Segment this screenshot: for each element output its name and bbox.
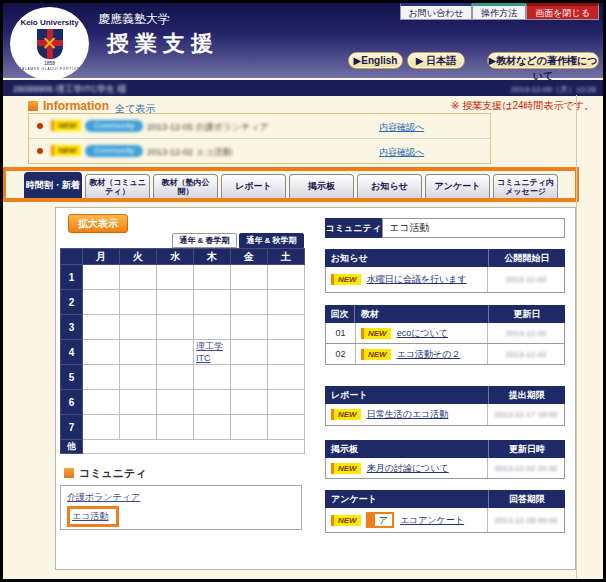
- page-frame: 慶應義塾大学 授業支援 お問い合わせ 操作方法 画面を閉じる ▶English …: [0, 0, 606, 582]
- board-header: 掲示板: [325, 440, 488, 458]
- confirm-link[interactable]: 内容確認へ: [379, 146, 424, 159]
- info-item: NEW Community 2013-12-02 エコ活動 内容確認へ: [29, 139, 490, 164]
- logo-university-text: Keio University: [10, 18, 89, 27]
- community-badge: Community: [85, 120, 143, 132]
- survey-link[interactable]: エコアンケート: [400, 514, 464, 527]
- table-row: 02 NEW エコ活動その２ 2013-12-02: [325, 344, 565, 365]
- community-badge: Community: [85, 145, 143, 157]
- new-badge: NEW: [51, 120, 81, 131]
- class-link[interactable]: ITC: [194, 353, 230, 363]
- report-date-header: 提出期限: [488, 386, 565, 404]
- table-row: NEW 水曜日に会議を行います 2013-12-02: [325, 267, 565, 293]
- table-row: NEW ア エコアンケート 2013-12-28 00:00: [325, 508, 565, 533]
- shield-icon: ✕: [37, 29, 63, 59]
- table-row: 01 NEW ecoについて 2013-12-02: [325, 323, 565, 344]
- info-item-text: 2013-12-05 介護ボランティア: [147, 121, 269, 134]
- day-header: 金: [231, 249, 268, 265]
- material-link[interactable]: ecoについて: [397, 327, 448, 340]
- contact-button[interactable]: お問い合わせ: [400, 3, 473, 20]
- notice-date-header: 公開開始日: [488, 249, 565, 267]
- row-date: 2013-12-17 18:00: [494, 410, 557, 419]
- materials-header: 教材: [355, 305, 488, 323]
- notice-table: お知らせ 公開開始日 NEW 水曜日に会議を行います 2013-12-02: [325, 249, 565, 293]
- user-name: 26099906 理工学ITC学生 様: [13, 83, 127, 96]
- period-label: 5: [61, 365, 83, 390]
- class-cell: 理工学 ITC: [194, 340, 231, 365]
- community-link[interactable]: 介護ボランティア: [67, 491, 140, 504]
- tab-timetable[interactable]: 時間割・新着: [24, 172, 82, 198]
- tab-materials-community[interactable]: 教材（コミュニティ）: [85, 174, 150, 198]
- report-table: レポート 提出期限 NEW 日常生活のエコ活動 2013-12-17 18:00: [325, 386, 565, 426]
- logo-motto: CALAMVS GLADIO FORTIOR: [18, 67, 81, 71]
- tab-board[interactable]: 掲示板: [289, 174, 354, 198]
- class-link[interactable]: 理工学: [194, 340, 230, 353]
- semester-tab-spring[interactable]: 通年 & 春学期: [172, 233, 237, 248]
- board-table: 掲示板 更新日時 NEW 来月の討論について 2013-12-02 20:32: [325, 440, 565, 479]
- help-button[interactable]: 操作方法: [472, 3, 526, 20]
- tab-community-message[interactable]: コミュニティ内メッセージ: [493, 174, 558, 198]
- info-item: NEW Community 2013-12-05 介護ボランティア 内容確認へ: [29, 114, 490, 139]
- bullet-icon: [37, 123, 43, 129]
- semester-tab-fall[interactable]: 通年 & 秋学期: [239, 233, 304, 248]
- copyright-button[interactable]: ▶教材などの著作権について: [487, 52, 599, 69]
- material-link[interactable]: エコ活動その２: [397, 348, 461, 361]
- tab-bar: 時間割・新着 教材（コミュニティ） 教材（塾内公開） レポート 掲示板 お知らせ…: [24, 172, 558, 198]
- table-row: NEW 日常生活のエコ活動 2013-12-17 18:00: [325, 404, 565, 426]
- day-header: 火: [120, 249, 157, 265]
- confirm-link[interactable]: 内容確認へ: [379, 121, 424, 134]
- current-datetime: 2013-12-09（月）12:28: [511, 84, 596, 95]
- enlarge-button[interactable]: 拡大表示: [68, 214, 128, 233]
- information-list: NEW Community 2013-12-05 介護ボランティア 内容確認へ …: [28, 113, 491, 164]
- community-list: 介護ボランティア エコ活動: [60, 485, 302, 530]
- close-screen-button[interactable]: 画面を閉じる: [526, 3, 599, 20]
- info-item-text: 2013-12-02 エコ活動: [147, 146, 232, 159]
- period-label: 1: [61, 265, 83, 290]
- university-name: 慶應義塾大学: [98, 11, 170, 28]
- timetable-corner: [61, 249, 83, 265]
- new-badge: NEW: [361, 349, 391, 360]
- row-date: 2013-12-02: [506, 350, 547, 359]
- header: 慶應義塾大学 授業支援 お問い合わせ 操作方法 画面を閉じる ▶English …: [3, 3, 603, 78]
- tab-materials-public[interactable]: 教材（塾内公開）: [153, 174, 218, 198]
- table-row: NEW 来月の討論について 2013-12-02 20:32: [325, 458, 565, 479]
- materials-no-header: 回次: [325, 305, 355, 323]
- screen: 慶應義塾大学 授業支援 お問い合わせ 操作方法 画面を閉じる ▶English …: [3, 3, 603, 579]
- section-square-icon: [28, 101, 38, 111]
- period-label: 6: [61, 390, 83, 415]
- japanese-button[interactable]: ▶ 日本語: [407, 52, 465, 69]
- community-field: コミュニティ エコ活動: [325, 218, 565, 238]
- keio-logo: Keio University ✕ 1858 CALAMVS GLADIO FO…: [10, 7, 89, 80]
- notice-link[interactable]: 水曜日に会議を行います: [367, 273, 467, 286]
- row-date: 2013-12-02 20:32: [494, 464, 557, 473]
- board-date-header: 更新日時: [488, 440, 565, 458]
- english-button[interactable]: ▶English: [348, 52, 403, 69]
- language-row: ▶English ▶ 日本語 ▶教材などの著作権について: [3, 52, 603, 72]
- day-header: 木: [194, 249, 231, 265]
- tab-bar-highlight-box: 時間割・新着 教材（コミュニティ） 教材（塾内公開） レポート 掲示板 お知らせ…: [3, 167, 579, 202]
- period-label: 3: [61, 315, 83, 340]
- community-link-highlighted[interactable]: エコ活動: [67, 506, 119, 527]
- new-badge: NEW: [361, 328, 391, 339]
- community-field-value: エコ活動: [382, 218, 565, 238]
- day-header: 月: [83, 249, 120, 265]
- new-badge: NEW: [331, 463, 361, 474]
- materials-table: 回次 教材 更新日 01 NEW ecoについて 2013-12-02 02 N…: [325, 305, 565, 365]
- new-badge: NEW: [331, 515, 361, 526]
- content-right-divider: [576, 95, 577, 579]
- period-label: 2: [61, 290, 83, 315]
- row-date: 2013-12-28 00:00: [494, 516, 557, 525]
- materials-date-header: 更新日: [488, 305, 565, 323]
- survey-type-icon: ア: [366, 512, 394, 528]
- notice-header: お知らせ: [325, 249, 488, 267]
- tab-notice[interactable]: お知らせ: [357, 174, 422, 198]
- header-buttons: お問い合わせ 操作方法 画面を閉じる: [400, 3, 599, 20]
- 24h-note: ※ 授業支援は24時間表示です。: [451, 99, 594, 113]
- session-number: 01: [326, 323, 356, 343]
- period-label: 4: [61, 340, 83, 365]
- tab-survey[interactable]: アンケート: [425, 174, 490, 198]
- board-link[interactable]: 来月の討論について: [367, 462, 449, 475]
- tab-report[interactable]: レポート: [221, 174, 286, 198]
- report-link[interactable]: 日常生活のエコ活動: [367, 408, 449, 421]
- logo-year: 1858: [10, 60, 89, 66]
- period-label: 7: [61, 415, 83, 440]
